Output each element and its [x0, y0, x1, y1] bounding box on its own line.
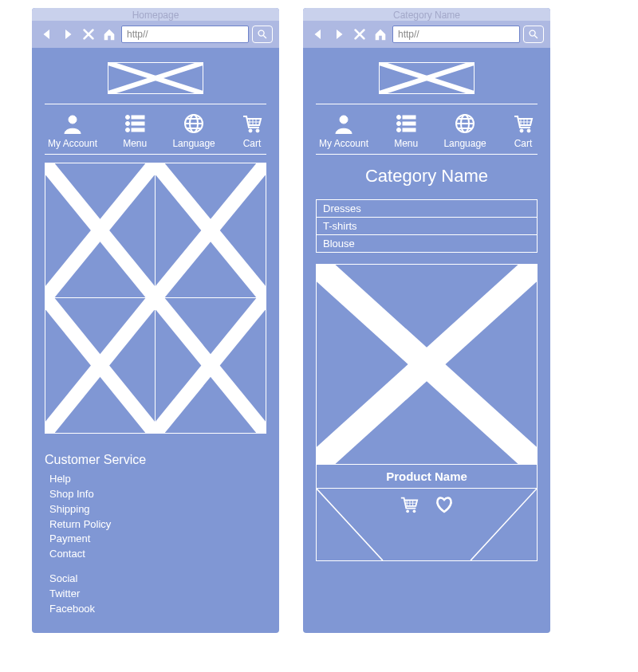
menu-icon [394, 112, 418, 135]
url-text: http// [398, 29, 419, 40]
product-card[interactable]: Product Name [316, 264, 538, 561]
image-placeholder[interactable] [45, 298, 156, 433]
logo-placeholder[interactable] [108, 62, 203, 94]
globe-icon [172, 112, 215, 135]
nav-label: My Account [48, 138, 97, 149]
divider [316, 104, 538, 104]
image-placeholder[interactable] [45, 163, 156, 298]
my-account-nav[interactable]: My Account [48, 112, 97, 149]
footer-link[interactable]: Contact [49, 547, 266, 562]
search-button[interactable] [252, 26, 273, 43]
footer-link[interactable]: Facebook [49, 602, 266, 617]
divider [45, 104, 266, 104]
globe-icon [443, 112, 486, 135]
footer-link[interactable]: Social [49, 572, 266, 587]
menu-nav[interactable]: Menu [394, 112, 418, 149]
home-button[interactable] [372, 26, 389, 43]
browser-toolbar: http// [303, 21, 550, 48]
footer-link[interactable]: Return Policy [49, 517, 266, 532]
footer-links-2: Social Twitter Facebook [45, 572, 266, 617]
footer-link[interactable]: Twitter [49, 587, 266, 602]
my-account-nav[interactable]: My Account [319, 112, 368, 149]
cart-icon [512, 112, 534, 135]
footer-link[interactable]: Shipping [49, 502, 266, 517]
svg-line-26 [317, 489, 383, 560]
category-item[interactable]: Dresses [317, 200, 537, 217]
window-title: Homepage [32, 8, 279, 21]
stop-button[interactable] [351, 26, 368, 43]
add-to-cart-icon[interactable] [399, 495, 419, 514]
search-button[interactable] [523, 26, 544, 43]
cart-icon [241, 112, 263, 135]
top-nav: My Account Menu Language Cart [316, 112, 538, 151]
category-item[interactable]: T-shirts [317, 217, 537, 234]
back-button[interactable] [309, 26, 327, 43]
category-device: Category Name http// My Account Menu [303, 8, 550, 633]
image-placeholder[interactable] [156, 163, 266, 298]
cart-nav[interactable]: Cart [512, 112, 534, 149]
nav-label: Cart [241, 138, 263, 149]
footer-link[interactable]: Help [49, 472, 266, 487]
user-icon [319, 112, 368, 135]
url-text: http// [127, 29, 148, 40]
product-image-placeholder [317, 265, 537, 464]
url-input[interactable]: http// [121, 26, 249, 43]
menu-icon [123, 112, 147, 135]
nav-label: My Account [319, 138, 368, 149]
url-input[interactable]: http// [392, 26, 520, 43]
category-item[interactable]: Blouse [317, 234, 537, 252]
divider [45, 154, 266, 155]
footer-link[interactable]: Shop Info [49, 487, 266, 502]
image-placeholder[interactable] [156, 298, 266, 433]
customer-service-heading: Customer Service [45, 453, 266, 467]
forward-button[interactable] [330, 26, 348, 43]
nav-label: Cart [512, 138, 534, 149]
user-icon [48, 112, 97, 135]
hero-image-grid [45, 163, 266, 434]
homepage-device: Homepage http// My Account Menu [32, 8, 279, 633]
browser-toolbar: http// [32, 21, 279, 48]
language-nav[interactable]: Language [172, 112, 215, 149]
footer-links-1: Help Shop Info Shipping Return Policy Pa… [45, 472, 266, 562]
product-name: Product Name [317, 464, 537, 489]
stop-button[interactable] [80, 26, 97, 43]
back-button[interactable] [38, 26, 56, 43]
nav-label: Language [443, 138, 486, 149]
nav-label: Menu [394, 138, 418, 149]
nav-label: Language [172, 138, 215, 149]
nav-label: Menu [123, 138, 147, 149]
category-list: Dresses T-shirts Blouse [316, 199, 538, 253]
product-actions [317, 489, 537, 560]
svg-line-27 [471, 489, 537, 560]
language-nav[interactable]: Language [443, 112, 486, 149]
home-button[interactable] [100, 26, 118, 43]
window-title: Category Name [303, 8, 550, 21]
page-title: Category Name [316, 166, 538, 187]
logo-placeholder[interactable] [379, 62, 475, 94]
cart-nav[interactable]: Cart [241, 112, 263, 149]
forward-button[interactable] [59, 26, 77, 43]
divider [316, 154, 538, 155]
menu-nav[interactable]: Menu [123, 112, 147, 149]
top-nav: My Account Menu Language Cart [45, 112, 266, 151]
footer-link[interactable]: Payment [49, 532, 266, 547]
favorite-icon[interactable] [434, 495, 455, 514]
